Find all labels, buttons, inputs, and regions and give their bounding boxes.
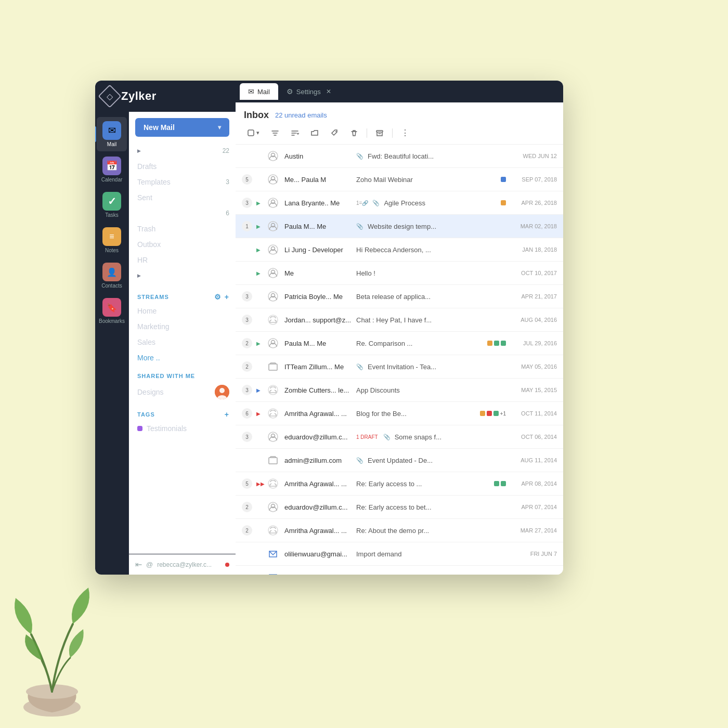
email-avatar [266, 406, 280, 421]
email-sender: Me [284, 269, 352, 277]
email-avatar [266, 453, 280, 467]
email-row[interactable]: olilienwuaru@gmai... Import demand FRI J… [236, 542, 563, 566]
email-date: APR 21, 2017 [510, 293, 557, 300]
email-flag: ▶ [256, 411, 262, 417]
email-tag [494, 481, 499, 486]
email-avatar [266, 570, 280, 575]
folder-hr[interactable]: HR [129, 252, 236, 268]
svg-point-35 [23, 698, 81, 717]
mail-icon: ✉ [102, 121, 121, 140]
email-sender: admin@zillum.com [284, 457, 352, 464]
email-sender: Amritha Agrawal... ... [284, 410, 352, 418]
sidebar-item-tasks[interactable]: ✓ Tasks [97, 188, 127, 222]
folder-sent[interactable]: Sent [129, 190, 236, 205]
email-count: 3 [242, 198, 252, 208]
archive-button[interactable] [372, 127, 387, 139]
email-row[interactable]: 6 ▶ Amritha Agrawal... ... Blog for the … [236, 402, 563, 425]
email-list: Austin 📎 Fwd: Beautiful locati... WED JU… [236, 145, 563, 575]
calendar-label: Calendar [101, 177, 123, 183]
email-row[interactable]: 1 ▶ Paula M... Me 📎 Website design temp.… [236, 215, 563, 238]
email-sender: Jordan... support@z... [284, 316, 352, 324]
sidebar-item-bookmarks[interactable]: 🔖 Bookmarks [97, 294, 127, 328]
folder-trash[interactable]: Trash [129, 221, 236, 237]
tasks-icon: ✓ [102, 192, 121, 211]
stream-home[interactable]: Home [129, 303, 236, 319]
folder-button[interactable] [307, 127, 322, 139]
sidebar-item-contacts[interactable]: 👤 Contacts [97, 258, 127, 293]
email-date: APR 07, 2014 [510, 504, 557, 510]
stream-sales[interactable]: Sales [129, 334, 236, 350]
sidebar-footer[interactable]: ⇤ @ rebecca@zylker.c... [129, 554, 236, 575]
tab-settings[interactable]: ⚙ Settings ✕ [278, 83, 340, 100]
email-date: WED JUN 12 [510, 153, 557, 159]
tab-mail[interactable]: ✉ Mail [240, 83, 278, 100]
email-row[interactable]: 3 ▶ Lana Bryante.. Me 1=🔗 📎 Agile Proces… [236, 191, 563, 215]
folder-templates[interactable]: Templates 3 [129, 174, 236, 190]
folder-drafts[interactable]: Drafts [129, 159, 236, 174]
email-flag: ▶ [256, 247, 262, 253]
svg-point-4 [335, 131, 336, 132]
email-row[interactable]: 3 Jordan... support@z... Chat : Hey Pat,… [236, 308, 563, 332]
tags-add-icon[interactable]: + [225, 410, 229, 419]
svg-rect-5 [376, 131, 383, 132]
email-tag [487, 341, 492, 346]
select-all-button[interactable]: ▾ [244, 127, 263, 139]
email-count: 1 [242, 221, 252, 231]
sort-button[interactable] [288, 127, 302, 139]
sidebar-item-mail[interactable]: ✉ Mail [97, 117, 127, 151]
sidebar-item-notes[interactable]: ≡ Notes [97, 223, 127, 257]
sidebar-item-calendar[interactable]: 📅 Calendar [97, 152, 127, 187]
tag-testimonials[interactable]: Testimonials [129, 421, 236, 436]
email-row[interactable]: ▶ Me Hello ! OCT 10, 2017 [236, 262, 563, 285]
email-tag [494, 341, 499, 346]
email-sender: Austin [284, 152, 352, 160]
email-row[interactable]: admin@zillum.com 📎 Event Updated - De...… [236, 449, 563, 472]
email-row[interactable]: 3 Patricia Boyle... Me Beta release of a… [236, 285, 563, 308]
email-row[interactable]: 5 ▶▶ Amritha Agrawal... ... Re: Early ac… [236, 472, 563, 496]
streams-settings-icon[interactable]: ⚙ [214, 293, 222, 301]
shared-header: SHARED WITH ME [129, 366, 236, 381]
email-row[interactable]: 5 Me... Paula M Zoho Mail Webinar SEP 07… [236, 168, 563, 191]
delete-button[interactable] [347, 127, 361, 139]
collapse-icon: ⇤ [135, 560, 142, 569]
folder-projects[interactable]: Projects [129, 268, 236, 283]
email-avatar [266, 336, 280, 350]
folder-inbox[interactable]: Inbox 22 [129, 143, 236, 159]
email-subject: Event Updated - De... [368, 457, 506, 464]
email-row[interactable]: message-service@... Invoice from Invoice… [236, 566, 563, 575]
folder-panel: New Mail ▾ Inbox 22 Drafts Templates 3 [129, 112, 236, 575]
email-date: APR 26, 2018 [510, 200, 557, 206]
email-count: 2 [242, 525, 252, 536]
email-sender: Lana Bryante.. Me [284, 199, 352, 207]
filter-button[interactable] [268, 127, 282, 139]
tag-button[interactable] [327, 127, 342, 139]
streams-add-icon[interactable]: + [225, 293, 229, 301]
email-row[interactable]: ▶ Li Jung - Developer Hi Rebecca Anderso… [236, 238, 563, 262]
email-subject: Hi Rebecca Anderson, ... [356, 246, 506, 254]
email-count: 2 [242, 361, 252, 372]
folder-outbox[interactable]: Outbox [129, 237, 236, 252]
shared-designs[interactable]: Designs [129, 381, 236, 403]
contacts-icon: 👤 [102, 263, 121, 281]
streams-more[interactable]: More .. [129, 350, 236, 366]
email-tags [487, 341, 506, 346]
email-row[interactable]: 2 ▶ Paula M... Me Re. Comparison ... JUL… [236, 332, 563, 355]
email-subject: Agile Process [384, 199, 497, 207]
email-sender: Patricia Boyle... Me [284, 293, 352, 301]
stream-marketing[interactable]: Marketing [129, 319, 236, 334]
email-row[interactable]: 2 ITTeam Zillum... Me 📎 Event Invitation… [236, 355, 563, 379]
email-row[interactable]: 2 Amritha Agrawal... ... Re: About the d… [236, 519, 563, 542]
tag-color-dot [137, 426, 142, 431]
email-row[interactable]: 2 eduardov@zillum.c... Re: Early access … [236, 496, 563, 519]
folder-spam[interactable]: Spam 6 [129, 205, 236, 221]
email-row[interactable]: 3 ▶ Zombie Cutters... le... App Discount… [236, 379, 563, 402]
new-mail-button[interactable]: New Mail ▾ [135, 118, 229, 137]
more-button[interactable]: ⋮ [398, 126, 412, 140]
email-row[interactable]: Austin 📎 Fwd: Beautiful locati... WED JU… [236, 145, 563, 168]
email-tags [494, 481, 506, 486]
email-flag: ▶ [256, 200, 262, 206]
email-subject: Website design temp... [368, 223, 506, 230]
mail-tab-icon: ✉ [248, 87, 254, 96]
tab-close-icon[interactable]: ✕ [326, 88, 331, 95]
email-row[interactable]: 3 eduardov@zillum.c... 1 DRAFT 📎 Some sn… [236, 425, 563, 449]
